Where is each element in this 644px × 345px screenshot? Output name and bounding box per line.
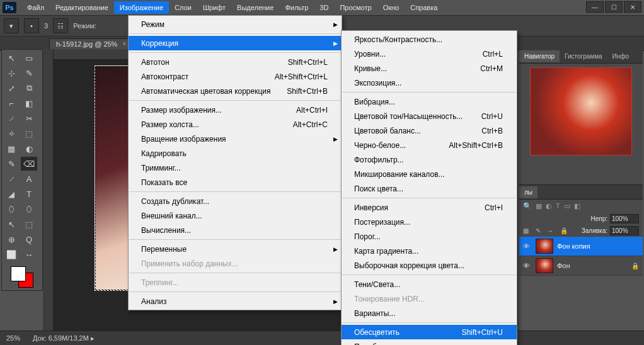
menu-item[interactable]: Тримминг... xyxy=(129,161,342,175)
menu-выделение[interactable]: Выделение xyxy=(231,1,279,14)
tool-12[interactable]: ▦ xyxy=(3,142,20,156)
tool-11[interactable]: ⬚ xyxy=(21,127,37,140)
menu-слои[interactable]: Слои xyxy=(169,1,197,14)
menu-item[interactable]: Вращение изображения▶ xyxy=(129,132,342,146)
menu-item[interactable]: Подобрать цвет... xyxy=(342,339,517,345)
tool-22[interactable]: ↖ xyxy=(3,217,20,231)
tool-23[interactable]: ⬚ xyxy=(21,217,37,231)
menu-фильтр[interactable]: Фильтр xyxy=(279,1,314,14)
menu-item[interactable]: Режим▶ xyxy=(129,17,342,31)
filter-smart-icon[interactable]: ◧ xyxy=(574,202,580,210)
filter-shape-icon[interactable]: ▭ xyxy=(564,202,570,210)
tool-27[interactable]: ↔ xyxy=(21,247,37,261)
menu-справка[interactable]: Справка xyxy=(405,1,443,14)
menu-item[interactable]: Размер изображения...Alt+Ctrl+I xyxy=(129,103,342,117)
menu-item[interactable]: Поиск цвета... xyxy=(342,181,517,196)
lock-icons[interactable]: ▦ ✎ ↔ 🔒 xyxy=(523,227,570,234)
filter-adjust-icon[interactable]: ◐ xyxy=(546,202,552,210)
visibility-icon[interactable]: 👁 xyxy=(523,262,532,269)
brush-panel-icon[interactable]: ☷ xyxy=(53,18,68,33)
panel-tab-0[interactable]: Навигатор xyxy=(519,50,560,62)
panel-tab-1[interactable]: Гистограмма xyxy=(560,50,607,62)
menu-item[interactable]: Микширование каналов... xyxy=(342,167,517,181)
tool-9[interactable]: ✂ xyxy=(21,111,37,125)
menu-редактирование[interactable]: Редактирование xyxy=(50,1,114,14)
navigator-thumbnail[interactable] xyxy=(530,67,632,156)
menu-item[interactable]: Внешний канал... xyxy=(129,208,342,223)
tool-6[interactable]: ⌐ xyxy=(3,96,20,110)
minimize-button[interactable]: — xyxy=(586,1,604,13)
menu-3d[interactable]: 3D xyxy=(314,1,334,14)
layer-row[interactable]: 👁Фон🔒 xyxy=(519,256,643,276)
menu-item[interactable]: Выборочная коррекция цвета... xyxy=(342,258,517,273)
menu-item[interactable]: Постеризация... xyxy=(342,215,517,229)
tool-19[interactable]: T xyxy=(21,187,37,201)
maximize-button[interactable]: ☐ xyxy=(605,1,623,13)
menu-item[interactable]: ИнверсияCtrl+I xyxy=(342,200,517,215)
tool-24[interactable]: ⊕ xyxy=(3,232,20,246)
close-button[interactable]: ✕ xyxy=(624,1,641,13)
menu-окно[interactable]: Окно xyxy=(377,1,405,14)
tool-1[interactable]: ▭ xyxy=(21,51,37,65)
menu-item[interactable]: Порог... xyxy=(342,229,517,244)
tool-4[interactable]: ⤢ xyxy=(3,81,20,95)
menu-просмотр[interactable]: Просмотр xyxy=(334,1,377,14)
menu-item[interactable]: Варианты... xyxy=(342,306,517,320)
tool-26[interactable]: ⬜ xyxy=(3,247,20,261)
foreground-color[interactable] xyxy=(11,266,26,281)
tool-8[interactable]: ⟋ xyxy=(3,111,20,125)
visibility-icon[interactable]: 👁 xyxy=(523,242,532,250)
brush-preview[interactable]: • xyxy=(24,18,39,33)
tool-21[interactable]: ⬯ xyxy=(21,202,37,216)
menu-item[interactable]: Кривые...Ctrl+M xyxy=(342,61,517,76)
menu-item[interactable]: Цветовой тон/Насыщенность...Ctrl+U xyxy=(342,109,517,123)
tool-0[interactable]: ↖ xyxy=(3,51,20,65)
menu-item[interactable]: ОбесцветитьShift+Ctrl+U xyxy=(342,325,517,339)
menu-item[interactable]: Автоматическая цветовая коррекцияShift+C… xyxy=(129,84,342,98)
menu-item[interactable]: Переменные▶ xyxy=(129,242,342,256)
tool-25[interactable]: Q xyxy=(21,232,37,246)
menu-item[interactable]: Черно-белое...Alt+Shift+Ctrl+B xyxy=(342,138,517,152)
tool-20[interactable]: ⬯ xyxy=(3,202,20,216)
tool-2[interactable]: ⊹ xyxy=(3,66,20,80)
menu-item[interactable]: Экспозиция... xyxy=(342,76,517,90)
document-tab[interactable]: h-15912.jpg @ 25% × xyxy=(49,38,129,49)
menu-item[interactable]: Создать дубликат... xyxy=(129,194,342,208)
tool-15[interactable]: ⌫ xyxy=(21,157,37,171)
tool-14[interactable]: ✎ xyxy=(3,157,20,171)
tool-10[interactable]: ✧ xyxy=(3,127,20,140)
layers-tab[interactable]: лы xyxy=(519,186,538,198)
close-tab-icon[interactable]: × xyxy=(123,40,127,47)
menu-файл[interactable]: Файл xyxy=(21,1,50,14)
tool-3[interactable]: ✎ xyxy=(21,66,37,80)
menu-item[interactable]: Цветовой баланс...Ctrl+B xyxy=(342,123,517,138)
fill-input[interactable] xyxy=(610,226,639,235)
filter-type-icon[interactable]: T xyxy=(556,202,560,210)
panel-tab-2[interactable]: Инфо xyxy=(607,50,635,62)
tool-18[interactable]: ◢ xyxy=(3,187,20,201)
menu-item[interactable]: Анализ▶ xyxy=(129,294,342,308)
menu-item[interactable]: Яркость/Контрастность... xyxy=(342,32,517,47)
menu-item[interactable]: Тени/Света... xyxy=(342,277,517,291)
menu-изображение[interactable]: Изображение xyxy=(114,1,169,14)
filter-kind-icon[interactable]: 🔍 xyxy=(523,202,532,210)
menu-item[interactable]: Кадрировать xyxy=(129,146,342,161)
tool-5[interactable]: ⧉ xyxy=(21,81,37,95)
filter-pixel-icon[interactable]: ▦ xyxy=(536,202,542,210)
tool-13[interactable]: ◐ xyxy=(21,142,37,156)
menu-item[interactable]: АвтоконтрастAlt+Shift+Ctrl+L xyxy=(129,69,342,84)
tool-16[interactable]: ⟋ xyxy=(3,172,20,186)
menu-шрифт[interactable]: Шрифт xyxy=(197,1,231,14)
menu-item[interactable]: Коррекция▶ xyxy=(129,36,342,50)
menu-item[interactable]: Вычисления... xyxy=(129,223,342,237)
menu-item[interactable]: Фотофильтр... xyxy=(342,152,517,167)
menu-item[interactable]: Вибрация... xyxy=(342,94,517,109)
menu-item[interactable]: АвтотонShift+Ctrl+L xyxy=(129,55,342,69)
menu-item[interactable]: Размер холста...Alt+Ctrl+C xyxy=(129,117,342,132)
zoom-level[interactable]: 25% xyxy=(6,334,20,342)
layer-row[interactable]: 👁Фон копия xyxy=(519,237,643,256)
menu-item[interactable]: Карта градиента... xyxy=(342,244,517,258)
menu-item[interactable]: Уровни...Ctrl+L xyxy=(342,47,517,61)
tool-17[interactable]: A xyxy=(21,172,37,186)
tool-7[interactable]: ◧ xyxy=(21,96,37,110)
